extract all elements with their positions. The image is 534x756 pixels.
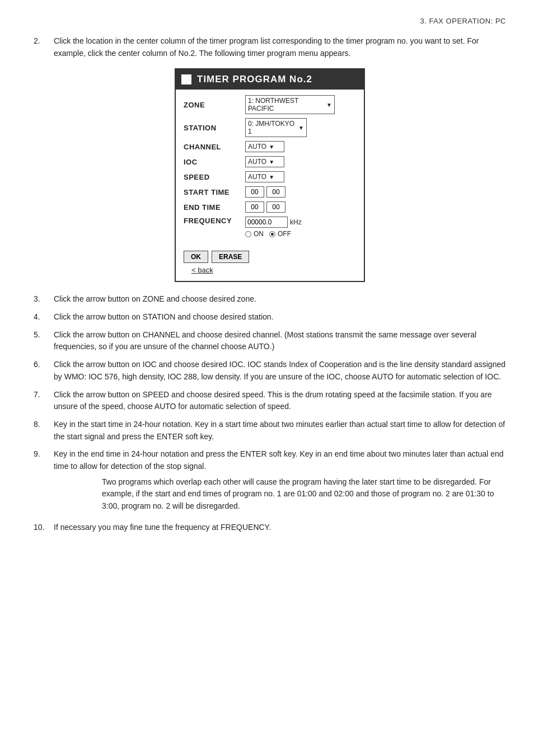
end-time-row: END TIME <box>184 201 356 213</box>
start-time-control <box>245 186 356 198</box>
item-text: Click the arrow button on SPEED and choo… <box>54 389 506 413</box>
end-time-min-input[interactable] <box>266 201 285 213</box>
channel-value: AUTO <box>248 143 266 151</box>
list-item: 7. Click the arrow button on SPEED and c… <box>34 389 506 413</box>
speed-value: AUTO <box>248 173 266 181</box>
dialog-buttons: OK ERASE <box>184 251 356 263</box>
frequency-label: FREQUENCY <box>184 217 245 225</box>
list-item: 5. Click the arrow button on CHANNEL and… <box>34 329 506 353</box>
note-9: Two programs which overlap each other wi… <box>74 476 506 513</box>
channel-arrow-icon: ▼ <box>269 144 274 150</box>
station-control: 0: JMH/TOKYO 1 ▼ <box>245 118 356 137</box>
list-item: 8. Key in the start time in 24-hour nota… <box>34 419 506 443</box>
channel-label: CHANNEL <box>184 143 245 151</box>
channel-row: CHANNEL AUTO ▼ <box>184 141 356 152</box>
radio-off-icon <box>269 231 275 237</box>
item-num: 6. <box>34 359 54 383</box>
item-text: Key in the start time in 24-hour notatio… <box>54 419 506 443</box>
speed-select[interactable]: AUTO ▼ <box>245 171 284 182</box>
item-text: Click the arrow button on IOC and choose… <box>54 359 506 383</box>
zone-control: 1: NORTHWEST PACIFIC ▼ <box>245 95 356 114</box>
speed-arrow-icon: ▼ <box>269 174 274 180</box>
zone-row: ZONE 1: NORTHWEST PACIFIC ▼ <box>184 95 356 114</box>
dialog-container: TIMER PROGRAM No.2 ZONE 1: NORTHWEST PAC… <box>175 68 365 282</box>
item-num: 9. <box>34 448 54 515</box>
item-text: Click the arrow button on CHANNEL and ch… <box>54 329 506 353</box>
ioc-arrow-icon: ▼ <box>269 159 274 165</box>
radio-on-label[interactable]: ON <box>245 230 264 238</box>
start-time-label: START TIME <box>184 188 245 196</box>
ioc-select[interactable]: AUTO ▼ <box>245 156 284 167</box>
zone-arrow-icon: ▼ <box>326 102 332 108</box>
title-square-icon <box>181 74 191 84</box>
station-select[interactable]: 0: JMH/TOKYO 1 ▼ <box>245 118 307 137</box>
frequency-inner: kHz ON OFF <box>245 217 302 238</box>
end-time-hour-input[interactable] <box>245 201 264 213</box>
zone-select[interactable]: 1: NORTHWEST PACIFIC ▼ <box>245 95 335 114</box>
item-num: 4. <box>34 311 54 323</box>
timer-program-dialog: TIMER PROGRAM No.2 ZONE 1: NORTHWEST PAC… <box>34 68 506 282</box>
frequency-input[interactable] <box>245 217 288 228</box>
frequency-row: FREQUENCY kHz ON <box>184 217 356 238</box>
item-num: 10. <box>34 522 54 534</box>
ioc-value: AUTO <box>248 158 266 166</box>
back-link[interactable]: < back <box>191 266 213 274</box>
list-item: 10. If necessary you may fine tune the f… <box>34 522 506 534</box>
speed-label: SPEED <box>184 173 245 181</box>
item-2-num: 2. <box>34 35 54 59</box>
station-label: STATION <box>184 124 245 132</box>
item-text: Click the arrow button on STATION and ch… <box>54 311 506 323</box>
dialog-body: ZONE 1: NORTHWEST PACIFIC ▼ STATION 0: J… <box>176 90 364 245</box>
ok-button[interactable]: OK <box>184 251 208 263</box>
station-value: 0: JMH/TOKYO 1 <box>248 120 296 135</box>
item-text: Click the arrow button on ZONE and choos… <box>54 293 506 306</box>
erase-button[interactable]: ERASE <box>212 251 249 263</box>
item-text: If necessary you may fine tune the frequ… <box>54 522 506 534</box>
list-item: 3. Click the arrow button on ZONE and ch… <box>34 293 506 306</box>
frequency-control: kHz ON OFF <box>245 217 356 238</box>
list-item: 4. Click the arrow button on STATION and… <box>34 311 506 323</box>
end-time-label: END TIME <box>184 203 245 212</box>
item-num: 5. <box>34 329 54 353</box>
station-arrow-icon: ▼ <box>298 125 304 131</box>
ioc-row: IOC AUTO ▼ <box>184 156 356 167</box>
frequency-radio-row: ON OFF <box>245 230 302 238</box>
channel-select[interactable]: AUTO ▼ <box>245 141 284 152</box>
item-2-text: Click the location in the center column … <box>54 35 506 59</box>
item-num: 3. <box>34 293 54 306</box>
ioc-control: AUTO ▼ <box>245 156 356 167</box>
station-row: STATION 0: JMH/TOKYO 1 ▼ <box>184 118 356 137</box>
frequency-unit: kHz <box>290 218 302 226</box>
zone-label: ZONE <box>184 101 245 109</box>
list-item: 6. Click the arrow button on IOC and cho… <box>34 359 506 383</box>
ioc-label: IOC <box>184 158 245 166</box>
item-num: 8. <box>34 419 54 443</box>
speed-control: AUTO ▼ <box>245 171 356 182</box>
start-time-hour-input[interactable] <box>245 186 264 198</box>
zone-value: 1: NORTHWEST PACIFIC <box>248 97 324 112</box>
start-time-row: START TIME <box>184 186 356 198</box>
item-num: 7. <box>34 389 54 413</box>
instructions-list: 3. Click the arrow button on ZONE and ch… <box>34 293 506 533</box>
end-time-control <box>245 201 356 213</box>
radio-on-icon <box>245 231 251 237</box>
radio-on-text: ON <box>254 230 264 238</box>
speed-row: SPEED AUTO ▼ <box>184 171 356 182</box>
list-item: 9. Key in the end time in 24-hour notati… <box>34 448 506 515</box>
frequency-input-row: kHz <box>245 217 302 228</box>
channel-control: AUTO ▼ <box>245 141 356 152</box>
dialog-title-bar: TIMER PROGRAM No.2 <box>176 69 364 90</box>
page-header: 3. FAX OPERATION: PC <box>34 17 506 25</box>
dialog-title: TIMER PROGRAM No.2 <box>197 74 312 85</box>
radio-off-text: OFF <box>278 230 291 238</box>
radio-off-label[interactable]: OFF <box>269 230 291 238</box>
start-time-min-input[interactable] <box>266 186 285 198</box>
item-text: Key in the end time in 24-hour notation … <box>54 448 506 515</box>
